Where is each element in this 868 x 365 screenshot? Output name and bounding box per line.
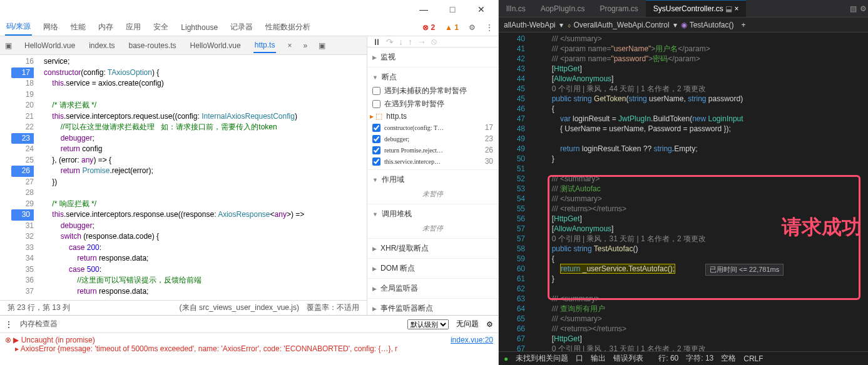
tab-perf-insights[interactable]: 性能数据分析 <box>264 19 312 35</box>
tab-sources[interactable]: 码/来源 <box>5 19 32 36</box>
bp-checkbox[interactable] <box>372 158 380 166</box>
step-out-icon[interactable]: ↑ <box>408 37 412 47</box>
section-watch[interactable]: 监视 <box>367 50 498 64</box>
source-map-info: (来自 src_views_user_index_vue.js) <box>180 302 299 313</box>
section-scope[interactable]: 作用域 <box>367 172 498 187</box>
overflow-icon[interactable]: ▣ <box>319 41 325 50</box>
vs-error-panel: ● 未找到相关问题 口 输出 错误列表 行: 60 字符: 13 空格 CRLF <box>499 351 868 365</box>
bp-caught-checkbox[interactable] <box>372 100 380 108</box>
devtools-main-tabs: 码/来源 网络 性能 内存 应用 安全 Lighthouse 记录器 性能数据分… <box>0 19 498 36</box>
bp-option-label: 遇到未捕获的异常时暂停 <box>384 86 467 96</box>
vs-code-editor[interactable]: 4041424344454546474849495051525354555657… <box>499 32 868 351</box>
section-global[interactable]: 全局监听器 <box>367 281 498 296</box>
console-error-line: ▶ Uncaught (in promise) <box>13 336 94 344</box>
window-titlebar: — □ ✕ <box>0 0 498 19</box>
tab-network[interactable]: 网络 <box>42 19 59 35</box>
bp-label[interactable]: return Promise.reject… <box>384 147 443 154</box>
debug-toolbar: ⏸ ↷ ↓ ↑ → ⦸ <box>367 36 498 48</box>
cursor-position: 第 23 行，第 13 列 <box>8 302 70 313</box>
vs-tab[interactable]: Program.cs <box>592 1 645 17</box>
callstack-not-paused: 未暂停 <box>367 221 498 236</box>
tab-security[interactable]: 安全 <box>152 19 170 35</box>
file-tab[interactable]: index.ts <box>88 39 116 52</box>
lineending-indicator[interactable]: CRLF <box>743 354 763 363</box>
bp-checkbox[interactable] <box>372 124 380 132</box>
pin-icon[interactable]: ⬓ <box>725 4 732 13</box>
vs-file-tabs: llIn.cs AopPlugIn.cs Program.cs SysUserC… <box>499 0 868 18</box>
vs-breadcrumb: allAuth-WebApi▾ ⬨ OverallAuth_WebApi.Con… <box>499 18 868 32</box>
success-annotation: 请求成功 <box>782 214 862 241</box>
vs-output-tab[interactable]: 输出 <box>591 353 606 364</box>
section-dom[interactable]: DOM 断点 <box>367 261 498 276</box>
gear-icon[interactable]: ⚙ <box>469 23 476 32</box>
source-panel: ▣ HelloWorld.vue index.ts base-routes.ts… <box>0 36 367 315</box>
bp-file-label[interactable]: http.ts <box>386 112 407 121</box>
debug-sidebar: ⏸ ↷ ↓ ↑ → ⦸ 监视 断点 遇到未捕获的异常时暂停 在遇到异常时暂停 ▸… <box>367 36 498 315</box>
no-issues-label: 无问题 <box>456 319 479 329</box>
editor-status-bar: 第 23 行，第 13 列 (来自 src_views_user_index_v… <box>0 300 367 315</box>
vs-tab[interactable]: llIn.cs <box>499 1 533 17</box>
tab-recorder[interactable]: 记录器 <box>229 19 254 35</box>
col-indicator: 字符: 13 <box>686 353 713 364</box>
split-icon[interactable]: ▤ <box>848 4 858 13</box>
console-error-detail: ▸ AxiosError {message: 'timeout of 5000m… <box>5 344 493 353</box>
step-icon[interactable]: → <box>417 37 426 47</box>
line-indicator: 行: 60 <box>658 353 678 364</box>
tab-application[interactable]: 应用 <box>125 19 142 35</box>
add-icon[interactable]: + <box>741 21 745 29</box>
tab-memory[interactable]: 内存 <box>97 19 115 35</box>
error-count-badge[interactable]: ⊗ 2 <box>422 23 435 32</box>
bp-checkbox[interactable] <box>372 146 380 154</box>
spaces-indicator[interactable]: 空格 <box>721 353 736 364</box>
pause-icon[interactable]: ⏸ <box>372 37 381 47</box>
bp-uncaught-checkbox[interactable] <box>372 87 380 95</box>
bp-checkbox[interactable] <box>372 135 380 143</box>
bp-line-number: 17 <box>485 123 493 132</box>
devtools-pane: — □ ✕ 码/来源 网络 性能 内存 应用 安全 Lighthouse 记录器… <box>0 0 499 365</box>
section-xhr[interactable]: XHR/提取断点 <box>367 241 498 256</box>
gear-icon[interactable]: ⚙ <box>486 320 493 329</box>
drawer-toggle-icon[interactable]: ⋮ <box>5 320 13 329</box>
section-breakpoints[interactable]: 断点 <box>367 70 498 84</box>
code-editor[interactable]: 1617181920212223242526272829303132333435… <box>0 55 367 300</box>
section-event[interactable]: 事件监听器断点 <box>367 301 498 315</box>
file-tab[interactable]: HelloWorld.vue <box>23 39 76 52</box>
step-into-icon[interactable]: ↓ <box>399 37 403 47</box>
step-over-icon[interactable]: ↷ <box>386 37 394 47</box>
ok-icon: ● <box>504 354 508 363</box>
deactivate-bp-icon[interactable]: ⦸ <box>431 36 437 47</box>
scope-not-paused: 未暂停 <box>367 187 498 201</box>
no-issues-label: 未找到相关问题 <box>516 353 568 364</box>
perf-tip[interactable]: 已用时间 <= 22,781ms <box>705 264 784 276</box>
source-link[interactable]: index.vue:20 <box>451 336 493 344</box>
close-tab-icon[interactable]: × <box>287 41 292 50</box>
section-callstack[interactable]: 调用堆栈 <box>367 207 498 221</box>
file-tab[interactable]: HelloWorld.vue <box>189 39 242 52</box>
log-level-select[interactable]: 默认级别 <box>407 319 449 329</box>
close-button[interactable]: ✕ <box>467 0 496 19</box>
vs-tab[interactable]: AopPlugIn.cs <box>533 1 593 17</box>
gear-icon[interactable]: ⚙ <box>858 4 868 13</box>
file-tab-active[interactable]: http.ts <box>253 38 277 53</box>
bp-label[interactable]: constructor(config: T… <box>384 124 444 131</box>
tab-performance[interactable]: 性能 <box>69 19 87 35</box>
bp-label[interactable]: debugger; <box>384 136 409 142</box>
tab-lighthouse[interactable]: Lighthouse <box>180 21 219 34</box>
crumb-project[interactable]: allAuth-WebApi <box>504 21 556 29</box>
console-output[interactable]: ⊗ ▶ Uncaught (in promise)index.vue:20 ▸ … <box>0 333 498 365</box>
vs-tab-active[interactable]: SysUserController.cs ⬓ × <box>646 0 747 17</box>
crumb-method[interactable]: ◉ TestAutofac() <box>681 21 734 29</box>
tab-memory-inspector[interactable]: 内存检查器 <box>20 319 58 329</box>
navigator-icon[interactable]: ▣ <box>5 41 12 50</box>
maximize-button[interactable]: □ <box>438 0 467 19</box>
vs-output-tab[interactable]: 口 <box>576 353 583 364</box>
vs-errorlist-tab[interactable]: 错误列表 <box>613 353 643 364</box>
more-icon[interactable]: ⋮ <box>486 23 493 32</box>
warning-count-badge[interactable]: ▲ 1 <box>445 23 459 32</box>
file-tab[interactable]: base-routes.ts <box>128 39 178 52</box>
minimize-button[interactable]: — <box>409 0 438 19</box>
crumb-namespace[interactable]: ⬨ OverallAuth_WebApi.Control <box>567 21 670 29</box>
more-tabs-icon[interactable]: » <box>303 41 307 50</box>
bp-line-number: 23 <box>485 134 493 143</box>
bp-label[interactable]: this.service.intercep… <box>384 158 441 165</box>
